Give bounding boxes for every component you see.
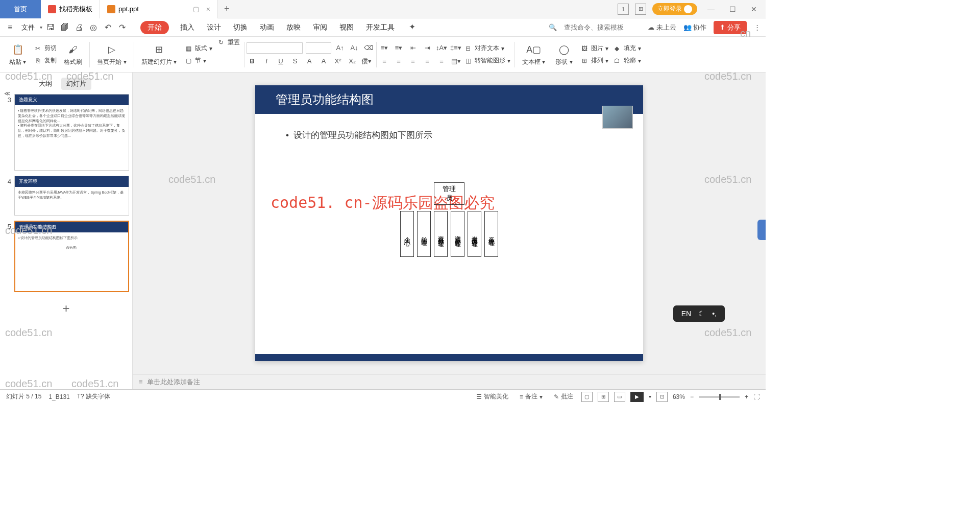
- hamburger-icon[interactable]: ≡: [4, 21, 16, 34]
- strike-button[interactable]: S: [289, 56, 301, 67]
- cut-button[interactable]: ✂剪切: [31, 43, 59, 54]
- font-color-button[interactable]: A: [304, 56, 315, 67]
- bold-button[interactable]: B: [247, 56, 258, 67]
- tab-document[interactable]: ppt.ppt ▢ ×: [100, 0, 218, 18]
- more-icon[interactable]: ⋮: [754, 23, 762, 31]
- comment-button[interactable]: ✎ 批注: [551, 391, 576, 402]
- slides-tab[interactable]: 幻灯片: [61, 78, 91, 90]
- redo-icon[interactable]: ↷: [116, 21, 128, 34]
- add-slide-button[interactable]: +: [3, 297, 129, 320]
- tab-dev[interactable]: 开发工具: [365, 21, 396, 34]
- slide-canvas[interactable]: 管理员功能结构图 • 设计的管理员功能结构图如下图所示 code51. cn-源…: [255, 85, 643, 361]
- text-direction-button[interactable]: ↕A▾: [436, 42, 447, 54]
- clear-format-icon[interactable]: ⌫: [363, 42, 374, 54]
- distribute-button[interactable]: ≡: [436, 56, 447, 67]
- indent-left-button[interactable]: ⇤: [407, 42, 419, 54]
- superscript-button[interactable]: X²: [332, 56, 344, 67]
- zoom-level[interactable]: 63%: [673, 393, 685, 400]
- undo-icon[interactable]: ↶: [102, 21, 114, 34]
- tab-home[interactable]: 首页: [0, 0, 41, 18]
- tab-animation[interactable]: 动画: [259, 21, 275, 34]
- reading-view-button[interactable]: ▭: [614, 392, 625, 402]
- textbox-button[interactable]: A▢ 文本框 ▾: [517, 42, 550, 66]
- side-panel-handle[interactable]: [757, 220, 766, 240]
- thumbnail-4[interactable]: 4 开发环境 本校园资料分享平台采用JAVA作为开发语言，Spring Boot…: [3, 176, 129, 216]
- fill-button[interactable]: ◆填充 ▾: [610, 43, 643, 54]
- minimize-button[interactable]: —: [703, 2, 719, 17]
- layout-button[interactable]: ▦版式 ▾: [182, 43, 214, 54]
- collapse-pane-icon[interactable]: ≪: [4, 90, 11, 97]
- align-justify-button[interactable]: ≡: [422, 56, 433, 67]
- save-icon[interactable]: 🖫: [44, 21, 57, 34]
- ime-indicator[interactable]: EN ☾ •,: [673, 305, 725, 322]
- search-input[interactable]: [564, 23, 641, 31]
- thumbnail-3[interactable]: 3 选题意义 • 随着管理软件技术的快速发展，网络时代的到来，网络信息也日趋复杂…: [3, 94, 129, 171]
- reset-button[interactable]: ↻重置: [214, 37, 242, 48]
- align-right-button[interactable]: ≡: [407, 56, 419, 67]
- collab-button[interactable]: 👥 协作: [683, 23, 707, 32]
- special-icon[interactable]: ✦: [406, 21, 418, 33]
- tab-view[interactable]: 视图: [338, 21, 355, 34]
- tab-template[interactable]: 找稻壳模板: [41, 0, 100, 18]
- section-button[interactable]: ▢节 ▾: [182, 55, 214, 66]
- increase-font-icon[interactable]: A↑: [334, 42, 346, 54]
- subscript-button[interactable]: X₂: [347, 56, 358, 67]
- tab-insert[interactable]: 插入: [179, 21, 195, 34]
- font-family-select[interactable]: [247, 42, 303, 54]
- notes-pane[interactable]: ≡ 单击此处添加备注: [133, 374, 766, 389]
- cloud-icon[interactable]: ☁ 未上云: [648, 23, 676, 32]
- format-painter[interactable]: 🖌 格式刷: [59, 42, 87, 66]
- indent-right-button[interactable]: ⇥: [422, 42, 433, 54]
- thispage-button[interactable]: ▷ 当页开始 ▾: [92, 42, 131, 66]
- bullets-button[interactable]: ≡▾: [379, 42, 390, 54]
- slideshow-button[interactable]: ▶: [630, 392, 644, 402]
- copy-button[interactable]: ⎘复制: [31, 55, 59, 66]
- share-button[interactable]: ⬆ 分享: [714, 21, 747, 34]
- image-button[interactable]: 🖼图片 ▾: [578, 43, 610, 54]
- font-size-select[interactable]: [306, 42, 331, 54]
- sorter-view-button[interactable]: ⊞: [598, 392, 609, 402]
- saveas-icon[interactable]: 🗐: [59, 21, 71, 34]
- preview-icon[interactable]: ◎: [87, 21, 100, 34]
- zoom-slider[interactable]: [699, 396, 740, 398]
- convert-shape-button[interactable]: ◫转智能图形 ▾: [461, 55, 512, 66]
- play-dropdown-icon[interactable]: ▾: [649, 394, 651, 399]
- layout-1-icon[interactable]: 1: [618, 4, 629, 15]
- underline-button[interactable]: U: [275, 56, 286, 67]
- beautify-button[interactable]: ☰ 智能美化: [473, 391, 511, 402]
- fit-button[interactable]: ⊡: [656, 392, 668, 402]
- tab-design[interactable]: 设计: [206, 21, 222, 34]
- new-tab-button[interactable]: +: [218, 4, 236, 14]
- tab-review[interactable]: 审阅: [312, 21, 328, 34]
- expand-icon[interactable]: ⛶: [753, 393, 760, 400]
- grid-icon[interactable]: ⊞: [635, 4, 646, 15]
- login-button[interactable]: 立即登录: [652, 3, 697, 15]
- numbering-button[interactable]: ≡▾: [393, 42, 404, 54]
- tab-slideshow[interactable]: 放映: [285, 21, 302, 34]
- align-text-button[interactable]: ⊟对齐文本 ▾: [461, 43, 512, 54]
- highlight-button[interactable]: A: [318, 56, 329, 67]
- tab-present-icon[interactable]: ▢: [193, 5, 199, 13]
- missing-font-button[interactable]: T? 缺失字体: [77, 392, 110, 401]
- italic-button[interactable]: I: [261, 56, 272, 67]
- zoom-in-button[interactable]: +: [745, 393, 748, 400]
- normal-view-button[interactable]: ▢: [581, 392, 593, 402]
- maximize-button[interactable]: ☐: [725, 2, 740, 17]
- arrange-button[interactable]: ⊞排列 ▾: [578, 55, 610, 66]
- file-menu[interactable]: 文件: [18, 23, 38, 32]
- line-spacing-button[interactable]: ‡≡▾: [450, 42, 461, 54]
- tab-transition[interactable]: 切换: [232, 21, 249, 34]
- align-center-button[interactable]: ≡: [393, 56, 404, 67]
- case-button[interactable]: 偻▾: [361, 56, 372, 67]
- zoom-out-button[interactable]: −: [690, 393, 694, 400]
- tab-start[interactable]: 开始: [140, 21, 169, 34]
- newslide-button[interactable]: ⊞ 新建幻灯片 ▾: [136, 42, 182, 66]
- paste-icon[interactable]: 📋: [11, 42, 25, 57]
- close-icon[interactable]: ×: [206, 5, 210, 13]
- columns-button[interactable]: ▤▾: [450, 56, 461, 67]
- thumbnail-5[interactable]: 5 管理员功能结构图 • 设计的管理员功能结构图如下图所示[架构图]: [3, 221, 129, 292]
- close-button[interactable]: ✕: [746, 2, 762, 17]
- print-icon[interactable]: 🖨: [73, 21, 85, 34]
- shape-button[interactable]: ◯ 形状 ▾: [550, 42, 577, 66]
- notes-toggle[interactable]: ≡ 备注 ▾: [517, 391, 546, 402]
